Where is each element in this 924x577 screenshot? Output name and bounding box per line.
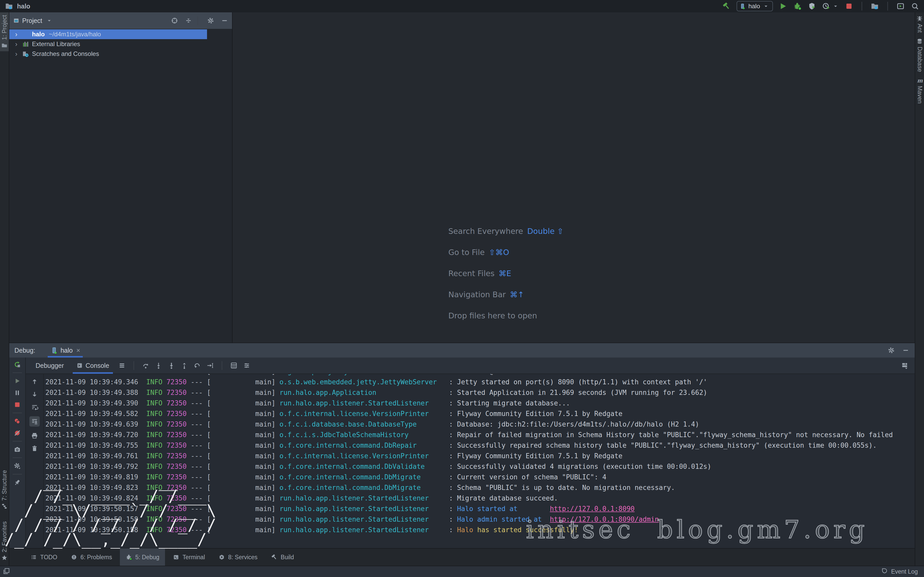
scroll-end-button[interactable] — [29, 416, 40, 427]
status-bar: Event Log — [0, 566, 924, 577]
gear-button[interactable] — [207, 17, 215, 24]
shortcut-action: Drop files here to open — [448, 311, 537, 320]
restore-layout-button[interactable] — [901, 362, 908, 369]
tool-window-button-label: 7: Structure — [1, 470, 8, 501]
log-logger: o.f.c.internal.license.VersionPrinter — [279, 410, 449, 417]
build-hammer-button[interactable] — [722, 2, 731, 11]
tool-window-tab-6-problems[interactable]: 6: Problems — [65, 548, 118, 566]
stop-button[interactable] — [845, 2, 853, 11]
chevron-down-icon[interactable] — [46, 17, 53, 24]
tree-item-external-libraries[interactable]: ›External Libraries — [9, 39, 232, 49]
arrow-up-icon — [31, 378, 39, 385]
target-button[interactable] — [171, 17, 178, 24]
step-out-button[interactable] — [181, 362, 188, 369]
left-tool-stripe: 1: Project 7: Structure2: Favorites — [0, 12, 9, 566]
debug-tab-console[interactable]: Console — [73, 357, 113, 374]
log-level: INFO — [146, 516, 162, 523]
print-icon — [31, 432, 39, 440]
log-link[interactable]: http://127.0.0.1:8090 — [550, 505, 635, 513]
view-breakpoints-button[interactable] — [13, 417, 21, 425]
close-icon[interactable]: × — [76, 347, 80, 355]
step-over-button[interactable] — [142, 362, 150, 369]
debug-tab-debugger[interactable]: Debugger — [32, 357, 68, 374]
log-logger: o.f.c.i.database.base.DatabaseType — [279, 421, 449, 428]
shortcut-action: Recent Files — [448, 269, 494, 278]
tool-window-button-1-project[interactable]: 1: Project — [0, 12, 9, 51]
evaluate-button[interactable] — [230, 362, 238, 369]
log-logger: o.f.core.internal.command.DbValidate — [279, 463, 449, 471]
print-button[interactable] — [31, 432, 39, 440]
run-button[interactable] — [779, 2, 787, 11]
force-step-into-button[interactable] — [168, 362, 175, 369]
tool-window-tab-terminal[interactable]: Terminal — [167, 548, 211, 566]
mute-breakpoints-button[interactable] — [13, 429, 21, 437]
log-message: : Repair of failed migration in Schema H… — [449, 431, 893, 439]
tool-window-tab-5-debug[interactable]: 5: Debug — [120, 548, 165, 566]
project-widget-button[interactable] — [871, 2, 879, 11]
tool-window-button-7-structure[interactable]: 7: Structure — [1, 467, 8, 512]
target-icon — [171, 17, 178, 24]
debug-button[interactable] — [793, 2, 802, 11]
thread-dump-button[interactable] — [13, 446, 21, 453]
resume-button[interactable] — [13, 377, 21, 385]
gear-icon — [207, 17, 215, 24]
expand-chevron-icon[interactable]: › — [13, 40, 19, 48]
profiler-button[interactable] — [822, 2, 839, 11]
run-anything-button[interactable] — [896, 2, 905, 11]
run-with-coverage-button[interactable] — [808, 2, 816, 11]
tree-item-label: halo — [32, 31, 45, 38]
run-to-cursor-button[interactable] — [206, 362, 214, 369]
arrow-down-button[interactable] — [31, 390, 39, 398]
arrow-up-button[interactable] — [31, 378, 39, 385]
tool-window-tab-8-services[interactable]: 8: Services — [213, 548, 263, 566]
tool-window-button-database[interactable]: Database — [915, 35, 924, 74]
toolbar-separator — [13, 372, 22, 373]
tool-window-tab-build[interactable]: Build — [265, 548, 300, 566]
drop-frame-icon — [193, 362, 201, 369]
event-log-button[interactable]: Event Log — [881, 567, 918, 576]
layout-settings-button[interactable] — [243, 362, 250, 369]
pin-button[interactable] — [13, 479, 21, 486]
tree-item-scratches-and-consoles[interactable]: ›Scratches and Consoles — [9, 49, 232, 59]
debug-session-tab[interactable]: halo × — [46, 343, 84, 358]
collapse-all-button[interactable] — [184, 17, 192, 24]
trash-button[interactable] — [31, 445, 39, 452]
stop-red-button[interactable] — [13, 401, 21, 409]
shortcut-keys: ⌘E — [499, 269, 511, 278]
exec-point-button[interactable] — [118, 362, 126, 369]
structure-icon — [1, 503, 8, 509]
layout-settings-icon — [243, 362, 250, 369]
debug-label: Debug: — [15, 347, 36, 354]
log-link[interactable]: http://127.0.0.1:8090/admin — [550, 516, 659, 523]
expand-chevron-icon[interactable]: › — [13, 50, 19, 58]
softwrap-button[interactable] — [31, 403, 39, 411]
minimize-button[interactable] — [221, 17, 228, 24]
step-over-icon — [142, 362, 150, 369]
console-output[interactable]: 2021-11-09 10:39:49.345 INFO 72350 --- [… — [44, 374, 915, 548]
gear-button[interactable] — [887, 347, 895, 354]
step-into-button[interactable] — [155, 362, 162, 369]
rerun-button[interactable] — [13, 361, 21, 368]
tool-window-button-2-favorites[interactable]: 2: Favorites — [1, 519, 8, 564]
project-view-title[interactable]: Project — [22, 17, 42, 24]
minimize-button[interactable] — [902, 347, 909, 354]
tool-window-button-ant[interactable]: Ant — [915, 12, 924, 35]
toolwindow-toggle-icon[interactable] — [3, 567, 10, 575]
folder-small-icon — [1, 42, 8, 49]
toolbar-separator — [862, 2, 862, 11]
tool-window-tab-label: 6: Problems — [81, 554, 112, 561]
ant-icon — [916, 15, 923, 22]
tree-item-halo[interactable]: ›halo~/d4m1ts/java/halo — [9, 29, 207, 39]
log-pid: 72350 — [166, 473, 187, 481]
tool-window-tab-todo[interactable]: TODO — [25, 548, 63, 566]
run-config-selector[interactable]: halo — [737, 1, 773, 11]
run-to-cursor-icon — [206, 362, 214, 369]
tool-window-button-maven[interactable]: mMaven — [915, 74, 924, 106]
search-everywhere-button[interactable] — [911, 2, 919, 11]
restore-layout-icon — [901, 362, 908, 369]
expand-chevron-icon[interactable]: › — [13, 31, 19, 39]
gear-caret-button[interactable] — [13, 462, 21, 470]
right-tool-stripe: AntDatabasemMaven — [915, 12, 924, 566]
pause-button[interactable] — [13, 389, 21, 397]
drop-frame-button[interactable] — [193, 362, 201, 369]
